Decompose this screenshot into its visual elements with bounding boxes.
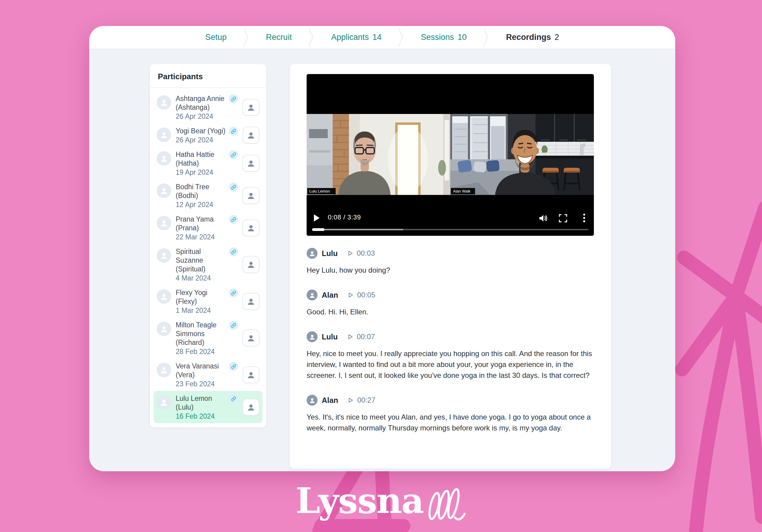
- video-feed-left: Lulu Lemon: [307, 114, 450, 195]
- progress-buffered: [312, 229, 403, 230]
- tab-applicants[interactable]: Applicants 14: [315, 26, 397, 49]
- avatar: [157, 183, 171, 198]
- chevron-separator-icon: [482, 26, 490, 49]
- participant-row[interactable]: Bodhi Tree (Bodhi) 12 Apr 2024: [154, 179, 263, 212]
- transcript: Lulu 00:03 Hey Lulu, how you doing? Alan: [307, 248, 594, 447]
- transcript-entry: Alan 00:05 Good. Hi. Hi, Ellen.: [307, 290, 594, 317]
- transcript-text: Hey, nice to meet you. I really apprecia…: [307, 348, 594, 381]
- avatar: [157, 128, 171, 142]
- play-icon[interactable]: [313, 214, 320, 222]
- transcript-play-button[interactable]: 00:03: [347, 249, 375, 257]
- speaker-avatar: [307, 331, 318, 342]
- participant-row[interactable]: Yogi Bear (Yogi) 26 Apr 2024: [154, 123, 263, 147]
- avatar: [157, 151, 171, 166]
- transcript-timestamp: 00:07: [357, 332, 375, 341]
- kebab-menu-icon[interactable]: [583, 213, 585, 223]
- profile-button[interactable]: [243, 256, 260, 273]
- tab-recordings[interactable]: Recordings 2: [490, 26, 575, 49]
- fullscreen-icon[interactable]: [559, 214, 567, 223]
- participant-row[interactable]: Spiritual Suzanne (Spiritual) 4 Mar 2024: [154, 244, 263, 285]
- participant-date: 19 Apr 2024: [176, 168, 238, 176]
- participant-date: 4 Mar 2024: [176, 274, 238, 282]
- link-icon[interactable]: [229, 362, 238, 371]
- link-icon[interactable]: [229, 127, 238, 136]
- participant-date: 16 Feb 2024: [176, 412, 238, 421]
- profile-button[interactable]: [243, 187, 260, 204]
- participant-row[interactable]: Milton Teagle Simmons (Richard) 28 Feb 2…: [154, 317, 263, 359]
- tab-recruit-label: Recruit: [266, 33, 292, 42]
- chevron-separator-icon: [243, 26, 250, 49]
- speaker-name: Lulu: [322, 332, 338, 341]
- participant-name: Yogi Bear (Yogi): [176, 127, 226, 135]
- tab-recruit[interactable]: Recruit: [250, 26, 308, 49]
- transcript-play-button[interactable]: 00:05: [347, 291, 375, 299]
- speaker-avatar: [307, 290, 318, 300]
- participants-list: Ashtanga Annie (Ashtanga) 26 Apr 2024 Yo…: [150, 88, 266, 425]
- participant-name: Lulu Lemon (Lulu): [176, 394, 212, 411]
- participant-row-selected[interactable]: Lulu Lemon (Lulu) 16 Feb 2024: [154, 391, 263, 423]
- tab-sessions[interactable]: Sessions 10: [405, 26, 483, 49]
- volume-icon[interactable]: [539, 214, 548, 223]
- video-player[interactable]: Lulu Lemon: [307, 74, 594, 236]
- avatar: [157, 95, 171, 110]
- lyssna-wordmark: Lyssna: [296, 483, 423, 518]
- avatar: [157, 322, 171, 336]
- tab-setup[interactable]: Setup: [190, 26, 243, 49]
- speaker-name: Alan: [322, 396, 338, 405]
- participant-row[interactable]: Hatha Hattie (Hatha) 19 Apr 2024: [154, 147, 263, 179]
- profile-button[interactable]: [243, 99, 260, 116]
- video-time: 0:08 / 3:39: [328, 213, 361, 221]
- profile-button[interactable]: [243, 293, 260, 310]
- participant-row[interactable]: Vera Varanasi (Vera) 23 Feb 2024: [154, 359, 263, 391]
- link-icon[interactable]: [229, 94, 238, 103]
- participant-date: 26 Apr 2024: [176, 112, 238, 121]
- app-window: Setup Recruit Applicants 14 Sessions: [89, 26, 675, 471]
- participant-name: Ashtanga Annie (Ashtanga): [176, 95, 224, 111]
- profile-button[interactable]: [243, 155, 260, 172]
- chevron-separator-icon: [308, 26, 315, 49]
- participant-row[interactable]: Ashtanga Annie (Ashtanga) 26 Apr 2024: [154, 91, 263, 123]
- participant-date: 28 Feb 2024: [176, 347, 238, 356]
- participant-date: 22 Mar 2024: [176, 233, 238, 241]
- feed-scene-alan: Alan Walk: [450, 114, 594, 195]
- link-icon[interactable]: [229, 321, 238, 330]
- participant-row[interactable]: Flexy Yogi (Flexy) 1 Mar 2024: [154, 285, 263, 317]
- participant-name: Vera Varanasi (Vera): [176, 362, 219, 379]
- speaker-avatar: [307, 395, 318, 406]
- transcript-entry: Lulu 00:07 Hey, nice to meet you. I real…: [307, 331, 594, 381]
- tab-sessions-count: 10: [458, 33, 467, 42]
- link-icon[interactable]: [229, 247, 238, 256]
- tab-recordings-count: 2: [555, 33, 559, 42]
- participants-panel: Participants Ashtanga Annie (Ashtanga) 2…: [150, 64, 266, 428]
- profile-button[interactable]: [243, 329, 260, 346]
- video-feed-right: Alan Walk: [450, 114, 594, 195]
- participant-name: Bodhi Tree (Bodhi): [176, 183, 209, 200]
- participant-date: 1 Mar 2024: [176, 306, 238, 315]
- transcript-text: Good. Hi. Hi, Ellen.: [307, 306, 594, 317]
- breadcrumb: Setup Recruit Applicants 14 Sessions: [89, 26, 675, 49]
- link-icon[interactable]: [229, 215, 238, 224]
- profile-button[interactable]: [243, 127, 260, 144]
- profile-button[interactable]: [243, 399, 260, 416]
- link-icon[interactable]: [229, 150, 238, 159]
- speaker-name: Lulu: [322, 249, 338, 258]
- transcript-text: Yes. It's, it's nice to meet you Alan, a…: [307, 412, 594, 433]
- avatar: [157, 216, 171, 230]
- profile-button[interactable]: [243, 220, 260, 236]
- avatar: [157, 363, 171, 377]
- transcript-timestamp: 00:05: [357, 291, 375, 299]
- participant-date: 12 Apr 2024: [176, 200, 238, 209]
- link-icon[interactable]: [229, 288, 238, 298]
- tab-setup-label: Setup: [205, 33, 227, 42]
- screen: Setup Recruit Applicants 14 Sessions: [0, 0, 762, 532]
- link-icon[interactable]: [229, 394, 238, 403]
- link-icon[interactable]: [229, 182, 238, 192]
- video-feeds: Lulu Lemon: [307, 114, 594, 195]
- transcript-play-button[interactable]: 00:27: [347, 396, 375, 404]
- participant-row[interactable]: Prana Yama (Prana) 22 Mar 2024: [154, 212, 263, 244]
- tab-applicants-label: Applicants: [331, 33, 369, 42]
- profile-button[interactable]: [243, 366, 260, 383]
- feed-scene-lulu: Lulu Lemon: [307, 114, 450, 195]
- progress-bar[interactable]: [312, 229, 588, 230]
- transcript-play-button[interactable]: 00:07: [347, 332, 375, 341]
